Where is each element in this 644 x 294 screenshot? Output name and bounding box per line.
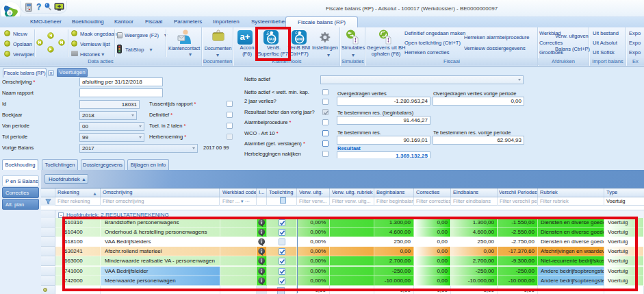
svg-text:a: a bbox=[8, 10, 11, 15]
svg-text:BNI: BNI bbox=[296, 37, 303, 41]
